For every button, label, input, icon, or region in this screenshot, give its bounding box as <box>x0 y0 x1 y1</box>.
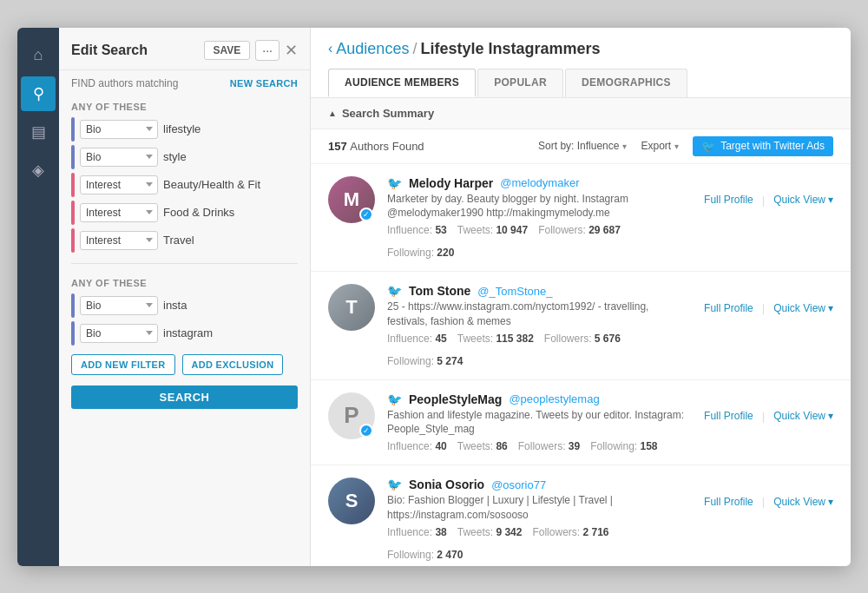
profile-name-psl: PeopleStyleMag <box>409 392 502 406</box>
filter-type-bio3[interactable]: BioInterest <box>80 296 158 315</box>
filter-type-bio4[interactable]: BioInterest <box>80 324 158 343</box>
breadcrumb-parent[interactable]: Audiences <box>336 40 409 58</box>
filter-value-insta: insta <box>163 296 298 314</box>
filter-type-bio2[interactable]: BioInterest <box>80 148 158 167</box>
profile-handle-psl[interactable]: @peoplestylemag <box>509 392 599 405</box>
sidebar-icon-tag[interactable]: ◈ <box>21 153 56 188</box>
results-right: Sort by: Influence ▾ Export ▾ 🐦 Target w… <box>538 136 833 156</box>
search-button[interactable]: SEARCH <box>71 385 298 409</box>
filter-accent-pink2 <box>71 201 75 225</box>
followers-stat-sonia: Followers: 2 716 <box>532 526 608 538</box>
quick-view-chevron2: ▾ <box>828 302 833 314</box>
profile-card-melody: M ✓ 🐦 Melody Harper @melodymaker Markete… <box>311 164 851 273</box>
twitter-icon-melody: 🐦 <box>387 176 402 190</box>
filter-row: InterestBio Travel <box>71 228 298 253</box>
full-profile-link-sonia[interactable]: Full Profile <box>704 496 753 508</box>
find-row: FIND authors matching NEW SEARCH <box>59 70 310 96</box>
avatar-wrap-psl: P ✓ <box>328 392 375 439</box>
tab-demographics[interactable]: DEMOGRAPHICS <box>565 69 687 97</box>
quick-view-button-melody[interactable]: Quick View ▾ <box>773 194 833 206</box>
add-exclusion-button[interactable]: ADD EXCLUSION <box>182 354 284 375</box>
twitter-target-button[interactable]: 🐦 Target with Twitter Ads <box>693 136 833 156</box>
quick-view-button-tom[interactable]: Quick View ▾ <box>773 302 833 314</box>
following-stat-psl: Following: 158 <box>590 440 657 452</box>
full-profile-link-psl[interactable]: Full Profile <box>704 410 753 422</box>
breadcrumb-current: Lifestyle Instagrammers <box>420 40 600 58</box>
profile-bio-melody: Marketer by day. Beauty blogger by night… <box>387 192 692 221</box>
avatar-wrap-sonia: S <box>328 478 375 524</box>
filter-row: InterestBio Food & Drinks <box>71 201 298 225</box>
profile-name-tom: Tom Stone <box>409 284 470 298</box>
twitter-icon-sonia: 🐦 <box>387 478 402 491</box>
following-stat-sonia: Following: 2 470 <box>387 549 463 561</box>
filter-accent-pink3 <box>71 228 75 253</box>
profile-info-sonia: 🐦 Sonia Osorio @osorio77 Bio: Fashion Bl… <box>387 478 692 561</box>
twitter-icon-psl: 🐦 <box>387 392 402 406</box>
new-search-link[interactable]: NEW SEARCH <box>230 78 298 89</box>
filter-value-instagram: instagram <box>163 324 298 342</box>
twitter-target-label: Target with Twitter Ads <box>720 140 825 152</box>
sort-chevron-icon: ▾ <box>622 142 627 151</box>
filter-value-lifestyle: lifestyle <box>163 120 298 138</box>
profile-actions-tom: Full Profile | Quick View ▾ <box>704 301 833 314</box>
quick-view-chevron: ▾ <box>828 194 833 206</box>
twitter-bird-icon: 🐦 <box>701 140 715 153</box>
profile-card-psl: P ✓ 🐦 PeopleStyleMag @peoplestylemag Fas… <box>311 380 851 466</box>
filter-type-interest2[interactable]: InterestBio <box>80 203 158 222</box>
tweets-stat-tom: Tweets: 115 382 <box>457 333 534 345</box>
quick-view-chevron3: ▾ <box>828 410 833 422</box>
filter-row: InterestBio Beauty/Health & Fit <box>71 173 298 197</box>
results-count: 157 <box>328 140 350 153</box>
more-options-button[interactable]: ··· <box>255 40 279 61</box>
sidebar-icon-folder[interactable]: ▤ <box>21 115 56 149</box>
full-profile-link-tom[interactable]: Full Profile <box>704 302 753 314</box>
quick-view-button-sonia[interactable]: Quick View ▾ <box>773 496 833 508</box>
twitter-icon-tom: 🐦 <box>387 284 402 298</box>
sidebar-icon-home[interactable]: ⌂ <box>21 38 56 73</box>
profile-actions-psl: Full Profile | Quick View ▾ <box>704 410 833 423</box>
followers-stat-melody: Followers: 29 687 <box>538 224 621 236</box>
results-count-label: Authors Found <box>350 140 424 153</box>
filter-accent-blue <box>71 117 75 142</box>
filter-type-bio1[interactable]: BioInterestLocation <box>80 120 158 139</box>
main-content: ‹ Audiences / Lifestyle Instagrammers AU… <box>311 28 851 566</box>
quick-view-button-psl[interactable]: Quick View ▾ <box>773 410 833 422</box>
results-bar: 157 Authors Found Sort by: Influence ▾ E… <box>311 129 851 164</box>
left-panel: Edit Search SAVE ··· ✕ FIND authors matc… <box>59 28 311 566</box>
influence-stat-sonia: Influence: 38 <box>387 526 447 538</box>
filter-value-travel: Travel <box>163 231 298 249</box>
section-divider <box>71 263 298 264</box>
sort-by-dropdown[interactable]: Sort by: Influence ▾ <box>538 140 627 152</box>
filter-type-interest1[interactable]: InterestBio <box>80 175 158 194</box>
pipe: | <box>762 194 765 207</box>
avatar-wrap-melody: M ✓ <box>328 176 375 223</box>
add-new-filter-button[interactable]: ADD NEW FILTER <box>71 354 175 375</box>
avatar-tom: T <box>328 284 375 331</box>
export-button[interactable]: Export ▾ <box>641 140 679 152</box>
full-profile-link-melody[interactable]: Full Profile <box>704 194 753 206</box>
tabs: AUDIENCE MEMBERS POPULAR DEMOGRAPHICS <box>328 69 833 97</box>
profile-handle-tom[interactable]: @_TomStone_ <box>477 285 552 298</box>
sidebar: ⌂ ⚲ ▤ ◈ <box>17 28 59 566</box>
export-chevron-icon: ▾ <box>674 142 679 151</box>
close-button[interactable]: ✕ <box>285 43 298 58</box>
profile-actions-sonia: Full Profile | Quick View ▾ <box>704 495 833 508</box>
find-label: FIND authors matching <box>71 77 178 89</box>
search-summary-bar: ▲ Search Summary <box>311 98 851 129</box>
filter-accent-blue2 <box>71 145 75 169</box>
profile-name-sonia: Sonia Osorio <box>409 478 484 491</box>
filter-type-interest3[interactable]: InterestBio <box>80 231 158 250</box>
profile-handle-melody[interactable]: @melodymaker <box>500 176 579 189</box>
save-button[interactable]: SAVE <box>204 41 251 60</box>
breadcrumb: ‹ Audiences / Lifestyle Instagrammers <box>328 40 833 58</box>
profile-handle-sonia[interactable]: @osorio77 <box>491 478 546 491</box>
sidebar-icon-search[interactable]: ⚲ <box>21 76 56 111</box>
tab-popular[interactable]: POPULAR <box>477 69 563 97</box>
main-header: ‹ Audiences / Lifestyle Instagrammers AU… <box>311 28 851 98</box>
export-label: Export <box>641 140 671 152</box>
tab-audience-members[interactable]: AUDIENCE MEMBERS <box>328 69 476 97</box>
results-count-area: 157 Authors Found <box>328 140 424 153</box>
filter-row: BioInterest style <box>71 145 298 169</box>
verified-badge-psl: ✓ <box>359 424 373 438</box>
action-buttons: ADD NEW FILTER ADD EXCLUSION <box>59 347 310 382</box>
